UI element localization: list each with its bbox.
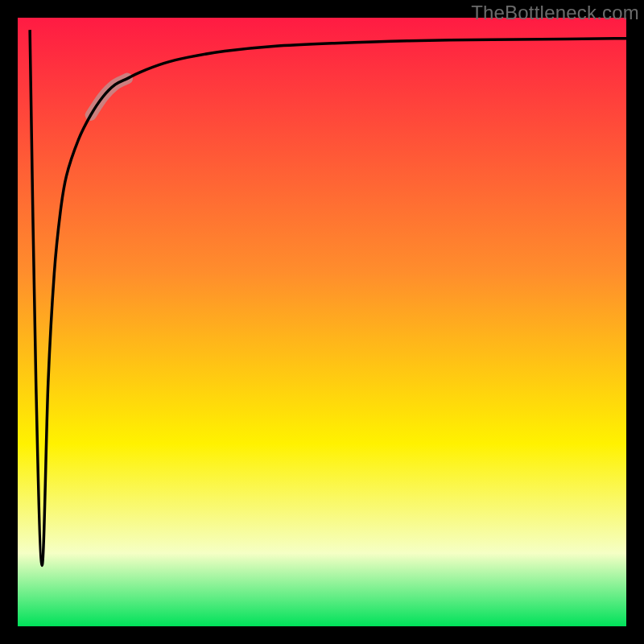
bottleneck-chart (0, 0, 644, 644)
plot-background-gradient (18, 18, 626, 626)
chart-container: TheBottleneck.com (0, 0, 644, 644)
